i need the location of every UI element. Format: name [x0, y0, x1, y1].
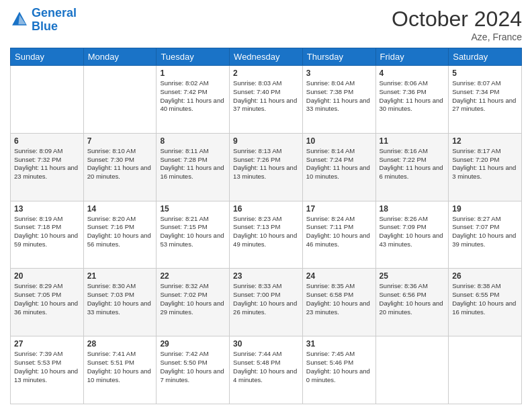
location: Aze, France [392, 32, 522, 42]
calendar-cell: 27Sunrise: 7:39 AMSunset: 5:53 PMDayligh… [11, 336, 84, 404]
calendar-week-5: 27Sunrise: 7:39 AMSunset: 5:53 PMDayligh… [11, 336, 522, 404]
day-number: 12 [452, 136, 518, 146]
calendar-cell [83, 66, 157, 134]
day-number: 3 [306, 68, 372, 78]
day-number: 13 [14, 204, 80, 214]
calendar-cell: 17Sunrise: 8:24 AMSunset: 7:11 PMDayligh… [302, 201, 375, 269]
calendar-cell: 3Sunrise: 8:04 AMSunset: 7:38 PMDaylight… [302, 66, 375, 134]
day-number: 2 [233, 68, 299, 78]
calendar-cell: 18Sunrise: 8:26 AMSunset: 7:09 PMDayligh… [375, 201, 449, 269]
calendar-cell: 29Sunrise: 7:42 AMSunset: 5:50 PMDayligh… [157, 336, 230, 404]
calendar-cell: 22Sunrise: 8:32 AMSunset: 7:02 PMDayligh… [157, 269, 230, 336]
day-number: 10 [306, 136, 372, 146]
day-number: 5 [452, 68, 518, 78]
day-detail: Sunrise: 8:09 AMSunset: 7:32 PMDaylight:… [14, 147, 80, 181]
day-number: 24 [306, 271, 372, 281]
day-detail: Sunrise: 8:04 AMSunset: 7:38 PMDaylight:… [306, 79, 372, 113]
calendar-week-2: 6Sunrise: 8:09 AMSunset: 7:32 PMDaylight… [11, 133, 522, 201]
day-detail: Sunrise: 8:35 AMSunset: 6:58 PMDaylight:… [306, 282, 372, 316]
month-title: October 2024 [392, 7, 522, 32]
calendar-cell: 13Sunrise: 8:19 AMSunset: 7:18 PMDayligh… [11, 201, 84, 269]
calendar-cell: 1Sunrise: 8:02 AMSunset: 7:42 PMDaylight… [157, 66, 230, 134]
svg-marker-1 [18, 15, 26, 24]
calendar-cell [375, 336, 449, 404]
day-number: 31 [306, 339, 372, 349]
day-detail: Sunrise: 8:26 AMSunset: 7:09 PMDaylight:… [380, 215, 445, 249]
day-number: 26 [452, 271, 518, 281]
calendar-cell: 21Sunrise: 8:30 AMSunset: 7:03 PMDayligh… [83, 269, 157, 336]
day-number: 28 [87, 339, 153, 349]
day-number: 17 [306, 204, 372, 214]
day-detail: Sunrise: 7:45 AMSunset: 5:46 PMDaylight:… [306, 350, 372, 384]
day-detail: Sunrise: 8:30 AMSunset: 7:03 PMDaylight:… [87, 282, 153, 316]
calendar-cell: 9Sunrise: 8:13 AMSunset: 7:26 PMDaylight… [230, 133, 303, 201]
calendar-header-row: SundayMondayTuesdayWednesdayThursdayFrid… [11, 48, 522, 66]
day-number: 11 [380, 136, 445, 146]
logo-icon [10, 11, 29, 30]
day-number: 20 [14, 271, 80, 281]
day-detail: Sunrise: 8:23 AMSunset: 7:13 PMDaylight:… [233, 215, 299, 249]
calendar-cell: 11Sunrise: 8:16 AMSunset: 7:22 PMDayligh… [375, 133, 449, 201]
calendar-cell: 7Sunrise: 8:10 AMSunset: 7:30 PMDaylight… [83, 133, 157, 201]
day-detail: Sunrise: 7:44 AMSunset: 5:48 PMDaylight:… [233, 350, 299, 384]
logo: General Blue [10, 7, 77, 34]
day-number: 21 [87, 271, 153, 281]
day-detail: Sunrise: 8:11 AMSunset: 7:28 PMDaylight:… [160, 147, 226, 181]
calendar-cell: 6Sunrise: 8:09 AMSunset: 7:32 PMDaylight… [11, 133, 84, 201]
day-detail: Sunrise: 8:19 AMSunset: 7:18 PMDaylight:… [14, 215, 80, 249]
calendar-week-3: 13Sunrise: 8:19 AMSunset: 7:18 PMDayligh… [11, 201, 522, 269]
day-number: 18 [380, 204, 445, 214]
day-detail: Sunrise: 7:41 AMSunset: 5:51 PMDaylight:… [87, 350, 153, 384]
day-number: 30 [233, 339, 299, 349]
page: General Blue October 2024 Aze, France Su… [0, 0, 532, 411]
calendar-cell: 24Sunrise: 8:35 AMSunset: 6:58 PMDayligh… [302, 269, 375, 336]
day-number: 16 [233, 204, 299, 214]
day-detail: Sunrise: 8:29 AMSunset: 7:05 PMDaylight:… [14, 282, 80, 316]
calendar-cell: 5Sunrise: 8:07 AMSunset: 7:34 PMDaylight… [449, 66, 522, 134]
calendar-header-monday: Monday [83, 48, 157, 66]
day-detail: Sunrise: 8:10 AMSunset: 7:30 PMDaylight:… [87, 147, 153, 181]
calendar-cell: 14Sunrise: 8:20 AMSunset: 7:16 PMDayligh… [83, 201, 157, 269]
day-number: 9 [233, 136, 299, 146]
day-detail: Sunrise: 8:20 AMSunset: 7:16 PMDaylight:… [87, 215, 153, 249]
calendar-header-saturday: Saturday [449, 48, 522, 66]
day-detail: Sunrise: 8:38 AMSunset: 6:55 PMDaylight:… [452, 282, 518, 316]
calendar-header-wednesday: Wednesday [230, 48, 303, 66]
day-detail: Sunrise: 8:33 AMSunset: 7:00 PMDaylight:… [233, 282, 299, 316]
day-number: 14 [87, 204, 153, 214]
day-number: 29 [160, 339, 226, 349]
calendar-cell: 10Sunrise: 8:14 AMSunset: 7:24 PMDayligh… [302, 133, 375, 201]
day-number: 4 [380, 68, 445, 78]
calendar-cell: 28Sunrise: 7:41 AMSunset: 5:51 PMDayligh… [83, 336, 157, 404]
calendar-cell: 2Sunrise: 8:03 AMSunset: 7:40 PMDaylight… [230, 66, 303, 134]
day-detail: Sunrise: 8:16 AMSunset: 7:22 PMDaylight:… [380, 147, 445, 181]
logo-line1: General [32, 6, 77, 19]
calendar-week-1: 1Sunrise: 8:02 AMSunset: 7:42 PMDaylight… [11, 66, 522, 134]
day-detail: Sunrise: 8:21 AMSunset: 7:15 PMDaylight:… [160, 215, 226, 249]
day-number: 7 [87, 136, 153, 146]
day-number: 23 [233, 271, 299, 281]
day-detail: Sunrise: 8:02 AMSunset: 7:42 PMDaylight:… [160, 79, 226, 113]
calendar-cell: 19Sunrise: 8:27 AMSunset: 7:07 PMDayligh… [449, 201, 522, 269]
logo-text: General Blue [32, 7, 77, 34]
logo-line2: Blue [32, 19, 58, 33]
day-number: 8 [160, 136, 226, 146]
header: General Blue October 2024 Aze, France [10, 7, 522, 42]
day-number: 1 [160, 68, 226, 78]
calendar-cell: 25Sunrise: 8:36 AMSunset: 6:56 PMDayligh… [375, 269, 449, 336]
calendar-cell: 20Sunrise: 8:29 AMSunset: 7:05 PMDayligh… [11, 269, 84, 336]
day-detail: Sunrise: 8:17 AMSunset: 7:20 PMDaylight:… [452, 147, 518, 181]
day-detail: Sunrise: 8:13 AMSunset: 7:26 PMDaylight:… [233, 147, 299, 181]
calendar-cell: 23Sunrise: 8:33 AMSunset: 7:00 PMDayligh… [230, 269, 303, 336]
day-detail: Sunrise: 8:24 AMSunset: 7:11 PMDaylight:… [306, 215, 372, 249]
calendar-cell [11, 66, 84, 134]
calendar-table: SundayMondayTuesdayWednesdayThursdayFrid… [10, 48, 522, 404]
calendar-cell: 15Sunrise: 8:21 AMSunset: 7:15 PMDayligh… [157, 201, 230, 269]
calendar-header-friday: Friday [375, 48, 449, 66]
day-detail: Sunrise: 8:03 AMSunset: 7:40 PMDaylight:… [233, 79, 299, 113]
day-number: 22 [160, 271, 226, 281]
calendar-header-thursday: Thursday [302, 48, 375, 66]
calendar-week-4: 20Sunrise: 8:29 AMSunset: 7:05 PMDayligh… [11, 269, 522, 336]
day-detail: Sunrise: 7:39 AMSunset: 5:53 PMDaylight:… [14, 350, 80, 384]
day-number: 25 [380, 271, 445, 281]
